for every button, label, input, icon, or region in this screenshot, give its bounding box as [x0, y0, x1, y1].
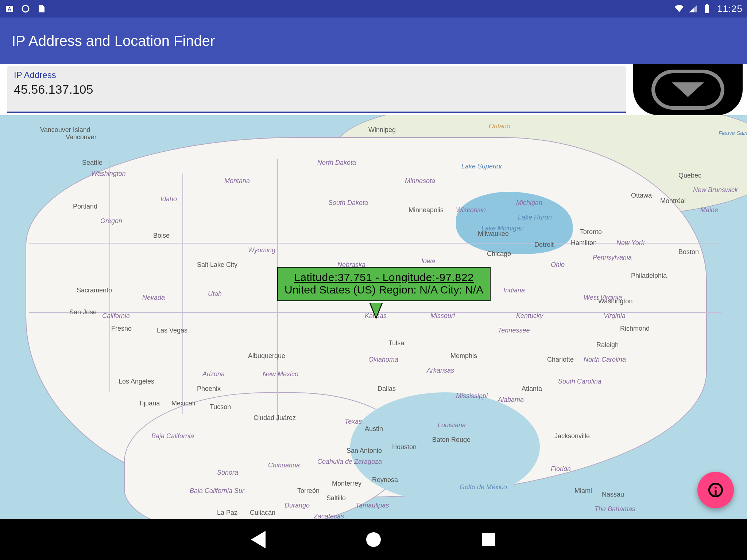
label-houston: Houston — [392, 443, 417, 451]
label-raleigh: Raleigh — [596, 341, 619, 349]
callout-region: United States (US) Region: N/A City: N/A — [285, 284, 483, 296]
back-icon — [251, 531, 266, 548]
info-icon — [708, 483, 723, 497]
label-chicago: Chicago — [487, 250, 511, 258]
label-vancouver-island: Vancouver Island — [40, 126, 90, 134]
label-arizona: Arizona — [202, 370, 225, 378]
label-jacksonville: Jacksonville — [554, 432, 590, 440]
label-nevada: Nevada — [142, 294, 165, 302]
label-austin: Austin — [365, 425, 383, 433]
label-coahuila: Coahuila de Zaragoza — [317, 458, 382, 466]
battery-icon — [702, 4, 712, 14]
label-richmond: Richmond — [620, 325, 650, 332]
label-golfo: Golfo de México — [460, 483, 507, 491]
keyboard-icon: A — [4, 4, 15, 14]
label-san-jose: San Jose — [69, 308, 97, 316]
nav-back-button[interactable] — [248, 529, 268, 550]
label-philadelphia: Philadelphia — [631, 272, 667, 280]
label-utah: Utah — [208, 290, 222, 298]
location-callout: Latitude:37.751 - Longitude:-97.822 Unit… — [277, 267, 491, 301]
label-miami: Miami — [574, 487, 592, 495]
label-kentucky: Kentucky — [516, 312, 543, 320]
label-culiacan: Culiacán — [250, 509, 275, 517]
nav-home-button[interactable] — [363, 529, 384, 550]
label-pennsylvania: Pennsylvania — [593, 254, 632, 261]
map-view[interactable]: Vancouver Island Vancouver Seattle Washi… — [0, 115, 747, 519]
label-toronto: Toronto — [580, 228, 602, 236]
label-lake-michigan: Lake Michigan — [481, 225, 524, 232]
label-south-dakota: South Dakota — [328, 199, 368, 207]
label-bahamas: The Bahamas — [595, 505, 635, 513]
label-wyoming: Wyoming — [248, 246, 275, 254]
nav-recent-button[interactable] — [479, 529, 499, 550]
android-nav-bar — [0, 519, 747, 560]
status-clock: 11:25 — [717, 3, 743, 15]
info-fab[interactable] — [697, 472, 734, 508]
label-missouri: Missouri — [430, 312, 455, 320]
state-line — [109, 159, 110, 392]
label-las-vegas: Las Vegas — [157, 327, 187, 334]
label-portland: Portland — [73, 203, 97, 210]
label-mississippi: Mississippi — [456, 392, 488, 400]
label-ohio: Ohio — [551, 261, 565, 269]
label-reynosa: Reynosa — [372, 476, 398, 484]
label-new-mexico: New Mexico — [263, 370, 298, 378]
lookup-button[interactable] — [633, 64, 743, 115]
label-dallas: Dallas — [378, 385, 396, 393]
label-tijuana: Tijuana — [139, 400, 160, 407]
app-title: IP Address and Location Finder — [12, 33, 215, 49]
status-left-icons: A — [4, 4, 47, 14]
label-wisconsin: Wisconsin — [456, 206, 486, 214]
ip-address-field[interactable]: IP Address 45.56.137.105 — [7, 66, 626, 113]
label-iowa: Iowa — [421, 257, 435, 265]
label-la-paz: La Paz — [217, 509, 237, 517]
label-torreon: Torreón — [297, 487, 320, 495]
cell-signal-icon — [688, 4, 698, 14]
label-tucson: Tucson — [210, 403, 231, 411]
label-salt-lake-city: Salt Lake City — [197, 261, 237, 269]
label-indiana: Indiana — [503, 287, 525, 294]
label-quebec: Québec — [678, 172, 701, 179]
wifi-icon — [674, 4, 684, 14]
ip-address-value: 45.56.137.105 — [14, 82, 619, 97]
label-sonora: Sonora — [217, 469, 238, 477]
state-line — [182, 174, 183, 414]
label-minneapolis: Minneapolis — [409, 206, 444, 214]
svg-rect-3 — [705, 5, 709, 13]
label-idaho: Idaho — [160, 195, 177, 203]
label-virginia: Virginia — [604, 312, 626, 320]
label-baton-rouge: Baton Rouge — [432, 436, 471, 444]
label-chihuahua: Chihuahua — [268, 462, 300, 469]
svg-point-2 — [22, 5, 29, 12]
label-new-york: New York — [616, 239, 645, 247]
label-boston: Boston — [678, 248, 699, 256]
ip-address-label: IP Address — [14, 70, 619, 80]
label-ottawa: Ottawa — [631, 192, 652, 199]
input-row: IP Address 45.56.137.105 — [0, 64, 747, 115]
label-nassau: Nassau — [602, 491, 624, 498]
label-tulsa: Tulsa — [388, 339, 404, 347]
label-lake-superior: Lake Superior — [461, 163, 502, 170]
recent-icon — [482, 533, 495, 546]
label-michigan: Michigan — [516, 199, 542, 207]
label-albuquerque: Albuquerque — [248, 352, 285, 360]
label-saltillo: Saltillo — [326, 494, 346, 502]
svg-text:A: A — [8, 6, 11, 12]
label-tennessee: Tennessee — [498, 327, 530, 334]
label-north-carolina: North Carolina — [584, 356, 626, 363]
label-maine: Maine — [700, 206, 718, 214]
label-detroit: Detroit — [534, 241, 554, 249]
label-washington: Washington — [91, 170, 126, 178]
callout-pointer-fill — [371, 303, 382, 317]
sd-card-icon — [36, 4, 47, 14]
label-louisiana: Louisiana — [438, 421, 466, 429]
app-bar: IP Address and Location Finder — [0, 18, 747, 64]
circle-outline-icon — [20, 4, 31, 14]
callout-latlon: Latitude:37.751 - Longitude:-97.822 — [285, 271, 483, 284]
label-alabama: Alabama — [498, 396, 524, 404]
label-los-angeles: Los Angeles — [119, 378, 154, 385]
label-charlotte: Charlotte — [547, 356, 574, 363]
label-oklahoma: Oklahoma — [368, 356, 398, 363]
label-fleuve: Fleuve Saint-Laurent maritime — [719, 130, 747, 136]
label-sacramento: Sacramento — [77, 287, 112, 294]
